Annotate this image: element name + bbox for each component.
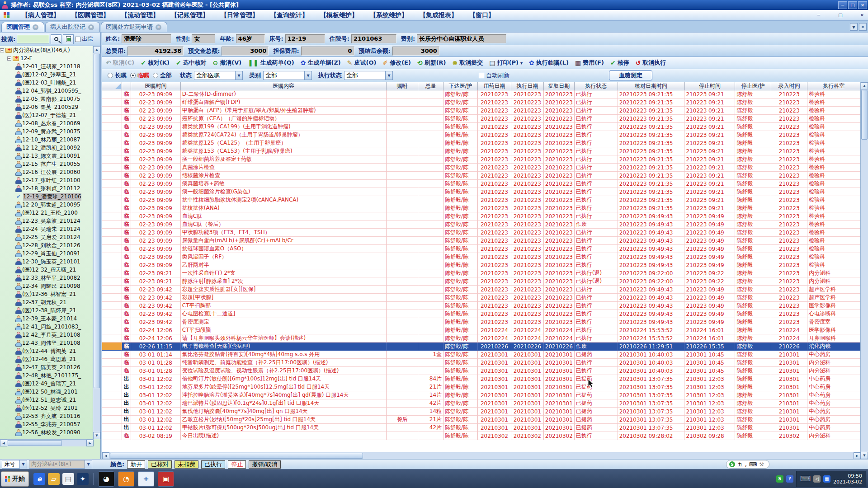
order-row[interactable]: 临02-23 09:09纤维蛋白降解产物(FDP)陈舒毅/陈2021022320… (102, 99, 861, 107)
执行临嘱L-button[interactable]: ✿执行临嘱(L) (529, 59, 569, 67)
patient-tree-item[interactable]: 12-17_张叶红_210100 (0, 176, 94, 184)
filter-combo-select[interactable]: 全部▼ (344, 71, 393, 80)
选中核对-button[interactable]: ✔选中核对 (176, 59, 207, 67)
order-row[interactable]: 临02-23 09:21静脉注射[静脉采血] 2*次陈舒毅/陈202102232… (102, 277, 861, 286)
column-header[interactable]: 录入时间 (771, 82, 807, 90)
patient-tree-item[interactable]: 12-18_张利贞_210112 (0, 184, 94, 192)
order-type-radio[interactable]: 长嘱 (108, 71, 127, 80)
patient-tree-item[interactable]: (医)12-44_傅鸿英_21 (0, 347, 94, 355)
patient-tree-item[interactable]: 12-13_陈文震_210091 (0, 152, 94, 160)
patient-tree-item[interactable]: 12-55_李兆芬_210057 (0, 420, 94, 428)
compass-icon[interactable]: ✦ (77, 473, 89, 485)
生成药单Q-button[interactable]: ❚❚生成药单(Q) (248, 59, 294, 67)
close-icon[interactable]: ✕ (858, 1, 867, 9)
patient-tree-item[interactable]: 12-34_周耀民_210098 (0, 282, 94, 290)
patient-tree-item[interactable]: 12-28_刘秋金_210126 (0, 241, 94, 249)
maximize-icon[interactable]: □ (848, 1, 857, 9)
patient-tree-item[interactable]: (医)12-46_葛思蕙_21 (0, 355, 94, 363)
patient-tree-item[interactable]: (医)12-21_王松_2100 (0, 209, 94, 217)
browser-icon[interactable]: ◔ (118, 471, 134, 487)
patient-tree-item[interactable]: 12-43_周伟坚_210108 (0, 339, 94, 347)
order-row[interactable]: 临02-23 09:09糖类抗原199（CA199）(主用于消化道肿瘤)陈舒毅/… (102, 123, 861, 131)
order-row[interactable]: 临02-23 09:09甲状腺功能3项（FT3、FT4、TSH）陈舒毅/陈202… (102, 229, 861, 237)
patient-tree-item[interactable]: (医)12-49_曾瑞芳_21 (0, 380, 94, 388)
menu-item[interactable]: 【病人管理】 (22, 11, 60, 19)
order-row[interactable]: 临02-23 09:09痰一般细菌涂片检查(G染色)陈舒毅/陈202102232… (102, 188, 861, 196)
patient-tree-item[interactable]: 12-56_林校发_210090 (0, 428, 94, 436)
patient-tree-item[interactable]: (医)12-36_林智宏_21 (0, 290, 94, 298)
patient-tree-item[interactable]: 12-05_常南影_210075 (0, 95, 94, 103)
patient-tree-item[interactable]: 12-04_郭骐_2100595_ (0, 87, 94, 95)
patient-tree-item[interactable]: 12-41_周旋_2101083_ (0, 323, 94, 331)
table-horizontal-scrollbar[interactable]: ◀ ▶ (102, 452, 861, 459)
tree-vertical-scrollbar[interactable]: ▲ ▼ (93, 46, 100, 439)
order-row[interactable]: 临02-23 09:42彩超[甲状腺]陈舒毅/陈2021022320210223… (102, 294, 861, 302)
network-icon[interactable]: ▦ (823, 475, 830, 483)
order-row[interactable]: 临02-26 11:15电子胃镜检查[无痛](含病理)陈舒毅/陈20210226… (102, 343, 861, 351)
patient-tree-item[interactable]: 12-29_肖玉仙_210091 (0, 249, 94, 258)
patient-tree-item[interactable]: (医)12-51_赵志诚_21 (0, 396, 94, 404)
column-header[interactable]: 医嘱时间 (131, 82, 181, 90)
search-button[interactable] (51, 34, 61, 44)
order-row[interactable]: 临02-23 09:09D-二聚体(D-dimmer)陈舒毅/陈20210223… (102, 90, 861, 99)
patient-tree-item[interactable]: 12-23_吴章波_210124 (0, 217, 94, 225)
wrench-icon[interactable]: ⚒ (759, 461, 764, 468)
patient-tree-item[interactable]: (医)12-32_程天曙_21 (0, 266, 94, 274)
chevron-down-icon[interactable]: ▼ (304, 71, 311, 80)
scroll-down-icon[interactable]: ▼ (861, 452, 868, 459)
patient-tree-item[interactable]: 12-24_吴瑞朱_210124 (0, 225, 94, 233)
package-icon[interactable]: ▣ (158, 471, 174, 487)
table-vertical-scrollbar[interactable]: ▲ ▼ (860, 82, 868, 459)
sogou-tray-icon[interactable]: S (776, 475, 783, 483)
qq-icon[interactable]: ◕ (98, 471, 114, 487)
table-scroll-thumb[interactable] (861, 90, 868, 140)
order-row[interactable]: 出03-01 12:02甲钴胺片(弥可保)[500ug*20s]500ug[出]… (102, 424, 861, 432)
order-row[interactable]: 临02-23 09:09真菌涂片检查陈舒毅/陈20210223202102232… (102, 164, 861, 172)
column-header[interactable]: 嘱咐 (387, 82, 418, 90)
column-header[interactable] (102, 82, 122, 90)
system-menu-icon[interactable] (4, 12, 10, 19)
chevron-down-icon[interactable]: ▼ (385, 71, 392, 80)
tab-close-icon[interactable]: ✕ (88, 24, 94, 30)
打印P-button[interactable]: ▤打印(P)▾ (489, 59, 523, 67)
order-row[interactable]: 出03-01 12:02氟伐他汀钠胶囊[40mg*7s]40mg[出] qn 口… (102, 408, 861, 416)
order-row[interactable]: 临02-23 09:09抗链球菌溶血素O（ASO）陈舒毅/陈2021022320… (102, 245, 861, 253)
auto-refresh-checkbox[interactable] (479, 73, 484, 78)
scroll-right-icon[interactable]: ▶ (86, 440, 94, 446)
patient-tree-item[interactable]: (医)12-52_吴玲_2101 (0, 404, 94, 412)
tree-scroll-thumb[interactable] (94, 54, 100, 388)
patient-tree-item[interactable]: (医)12-38_陈怀犀_21 (0, 306, 94, 314)
search-input[interactable] (17, 35, 49, 43)
费用F-button[interactable]: ▦费用(F) (575, 59, 604, 67)
patient-tree-item[interactable]: 12-06_栗英_2100529_ (0, 103, 94, 111)
collapse-icon[interactable]: − (0, 48, 4, 52)
his-app-icon[interactable]: + (138, 471, 154, 487)
order-row[interactable]: 临02-23 09:42心电图检查[十二通道]陈舒毅/陈202102232021… (102, 310, 861, 318)
patient-tree-item[interactable]: 12-20_郭世超_210095 (0, 201, 94, 209)
column-header[interactable]: 医嘱内容 (181, 82, 387, 90)
order-row[interactable]: 临02-23 09:21一次性采血针(T) 2*支陈舒毅/陈2021022320… (102, 269, 861, 277)
menu-item[interactable]: 【集成报表】 (420, 11, 458, 19)
生成单据Z-button[interactable]: ✿生成单据(Z) (301, 59, 341, 67)
minimize-icon[interactable]: ─ (838, 1, 847, 9)
patient-tree-item[interactable]: 12-25_吴启爱_210124 (0, 233, 94, 241)
tab-item[interactable]: 病人出院登记✕ (45, 22, 100, 32)
notepad-icon[interactable]: ▤ (62, 473, 74, 485)
column-header[interactable]: 下达医/护 (443, 82, 478, 90)
order-row[interactable]: 临02-24 12:06请【耳鼻咽喉头颈外科杨云华主治医师】会诊(描述)陈舒毅/… (102, 334, 861, 343)
patient-tree-item[interactable]: 12-33_林坚平_210082 (0, 274, 94, 282)
ime-toolbar[interactable]: S 五 , ⌨ ⚒ (726, 460, 769, 469)
order-row[interactable]: 出03-01 12:02泮托拉唑肠溶片(潘妥洛克)[40mg*7s]40mg[出… (102, 391, 861, 399)
皮试O-button[interactable]: ✎皮试(O) (347, 59, 377, 67)
tab-close-icon[interactable]: ✕ (156, 24, 161, 30)
修改E-button[interactable]: ✐修改(E) (382, 59, 411, 67)
scroll-left-icon[interactable]: ◀ (0, 440, 7, 446)
order-row[interactable]: 临03-02 08:19今日出院(描述)陈舒毅/陈202103022021030… (102, 432, 861, 440)
patient-tree-item[interactable]: 12-09_黄亦武_210075 (0, 127, 94, 136)
刷新R-button[interactable]: ⟲刷新(R) (417, 59, 446, 67)
order-row[interactable]: 临02-23 09:09血清C肽（餐后）陈舒毅/陈202102232021022… (102, 221, 861, 229)
menu-item[interactable]: 【窗口】 (469, 11, 495, 19)
patient-tree-item[interactable]: (医)12-07_于德莲_21 (0, 111, 94, 119)
order-row[interactable]: 临02-23 09:09乙肝两对半陈舒毅/陈202102232021022320… (102, 261, 861, 269)
mdi-minimize-icon[interactable]: ─ (815, 12, 823, 19)
